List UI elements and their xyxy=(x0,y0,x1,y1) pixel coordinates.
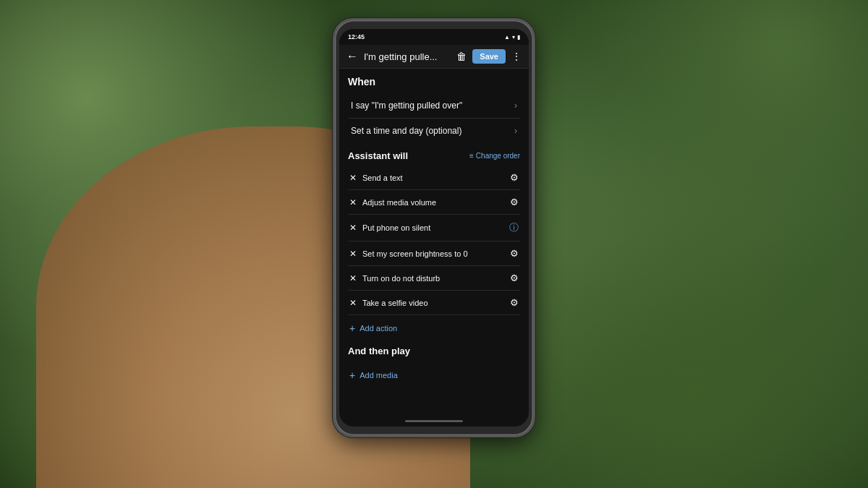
assistant-title: Assistant will xyxy=(348,150,408,161)
play-title: And then play xyxy=(348,346,520,356)
reorder-icon: ≡ xyxy=(469,152,474,160)
chevron-right-icon: › xyxy=(514,100,517,111)
remove-icon-1: ✕ xyxy=(349,173,357,183)
assistant-header: Assistant will ≡ Change order xyxy=(348,150,520,161)
action-label-send-text: Send a text xyxy=(362,174,504,182)
plus-icon-media: + xyxy=(349,369,355,381)
home-indicator xyxy=(405,420,463,422)
nav-bar: ← I'm getting pulle... 🗑 Save ⋮ xyxy=(339,45,529,69)
nav-title: I'm getting pulle... xyxy=(364,51,451,62)
when-section: When I say "I'm getting pulled over" › S… xyxy=(348,76,520,143)
battery-icon: ▮ xyxy=(517,34,520,40)
chevron-right-icon-2: › xyxy=(514,126,517,136)
remove-icon-6: ✕ xyxy=(349,298,357,308)
wifi-icon: ▾ xyxy=(512,34,515,40)
when-title: When xyxy=(348,76,520,87)
settings-icon-1[interactable]: ⚙ xyxy=(510,172,519,183)
add-action-row[interactable]: + Add action xyxy=(348,315,520,341)
action-item-do-not-disturb[interactable]: ✕ Turn on do not disturb ⚙ xyxy=(348,266,520,291)
action-item-send-text[interactable]: ✕ Send a text ⚙ xyxy=(348,166,520,190)
settings-icon-3[interactable]: ⚙ xyxy=(510,248,519,259)
change-order-button[interactable]: ≡ Change order xyxy=(469,152,520,160)
remove-icon-3: ✕ xyxy=(349,223,357,233)
add-media-label: Add media xyxy=(359,371,398,380)
action-item-selfie-video[interactable]: ✕ Take a selfie video ⚙ xyxy=(348,291,520,315)
phone-screen: 12:45 ▲ ▾ ▮ ← I'm getting pulle... 🗑 Sav… xyxy=(339,29,529,427)
action-label-do-not-disturb: Turn on do not disturb xyxy=(362,274,504,283)
assistant-section: Assistant will ≡ Change order ✕ Send a t… xyxy=(348,150,520,341)
remove-icon-2: ✕ xyxy=(349,197,357,207)
action-label-selfie-video: Take a selfie video xyxy=(362,299,504,307)
settings-icon-2[interactable]: ⚙ xyxy=(510,197,519,207)
screen-content: When I say "I'm getting pulled over" › S… xyxy=(339,69,529,408)
action-item-media-volume[interactable]: ✕ Adjust media volume ⚙ xyxy=(348,190,520,215)
phone-device: 12:45 ▲ ▾ ▮ ← I'm getting pulle... 🗑 Sav… xyxy=(333,18,535,437)
action-label-phone-silent: Put phone on silent xyxy=(362,223,503,232)
delete-button[interactable]: 🗑 xyxy=(456,51,467,62)
remove-icon-4: ✕ xyxy=(349,249,357,259)
trigger-phrase-text: I say "I'm getting pulled over" xyxy=(351,100,514,111)
phone-outer-case: 12:45 ▲ ▾ ▮ ← I'm getting pulle... 🗑 Sav… xyxy=(333,18,535,437)
signal-icon: ▲ xyxy=(504,34,510,40)
more-options-button[interactable]: ⋮ xyxy=(511,51,522,62)
remove-icon-5: ✕ xyxy=(349,273,357,283)
time-day-row[interactable]: Set a time and day (optional) › xyxy=(348,119,520,143)
status-icons: ▲ ▾ ▮ xyxy=(504,34,520,40)
back-button[interactable]: ← xyxy=(346,50,358,63)
action-item-phone-silent[interactable]: ✕ Put phone on silent ⓘ xyxy=(348,215,520,241)
settings-icon-4[interactable]: ⚙ xyxy=(510,273,519,283)
add-action-label: Add action xyxy=(359,324,397,333)
time-day-text: Set a time and day (optional) xyxy=(351,126,514,136)
settings-icon-5[interactable]: ⚙ xyxy=(510,297,519,308)
add-media-row[interactable]: + Add media xyxy=(348,362,520,388)
info-icon-1[interactable]: ⓘ xyxy=(509,221,519,234)
action-label-brightness: Set my screen brightness to 0 xyxy=(362,249,504,258)
action-label-media-volume: Adjust media volume xyxy=(362,198,504,207)
status-time: 12:45 xyxy=(348,33,365,40)
change-order-label: Change order xyxy=(476,152,520,160)
save-button[interactable]: Save xyxy=(472,49,506,64)
trigger-phrase-row[interactable]: I say "I'm getting pulled over" › xyxy=(348,93,520,119)
play-section: And then play + Add media xyxy=(348,346,520,388)
action-item-brightness[interactable]: ✕ Set my screen brightness to 0 ⚙ xyxy=(348,241,520,266)
plus-icon: + xyxy=(349,322,355,334)
status-bar: 12:45 ▲ ▾ ▮ xyxy=(339,29,529,45)
